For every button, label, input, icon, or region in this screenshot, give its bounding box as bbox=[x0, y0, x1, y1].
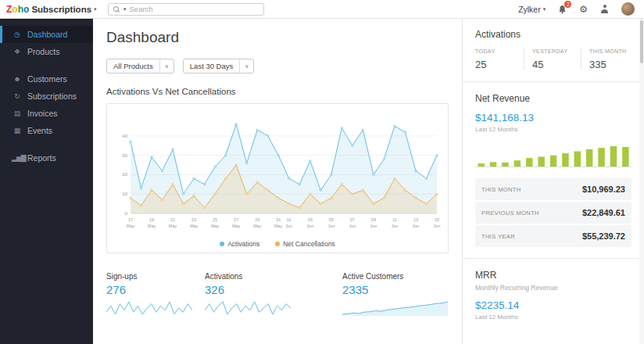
date-range-dropdown[interactable]: Last 30 Days ∨ bbox=[183, 59, 255, 73]
sidebar-item-dashboard[interactable]: ◷ Dashboard bbox=[0, 26, 93, 43]
chevron-down-icon: ∨ bbox=[239, 59, 253, 73]
sidebar-group-gap bbox=[0, 139, 93, 149]
notifications-button[interactable]: 2 bbox=[558, 5, 567, 14]
scrollbar-thumb[interactable] bbox=[640, 20, 643, 63]
sidebar-item-events[interactable]: ▦ Events bbox=[0, 122, 93, 139]
activations-this-month: THIS MONTH 335 bbox=[581, 48, 631, 70]
summary-label: THIS MONTH bbox=[589, 48, 631, 54]
sidebar-item-customers[interactable]: ☻ Customers bbox=[0, 70, 93, 88]
svg-text:19: 19 bbox=[149, 217, 154, 222]
svg-text:21: 21 bbox=[170, 217, 175, 222]
row-label: THIS MONTH bbox=[481, 186, 521, 193]
svg-text:31: 31 bbox=[276, 217, 281, 222]
settings-button[interactable]: ⚙ bbox=[579, 5, 588, 14]
svg-text:Jun: Jun bbox=[327, 224, 335, 228]
mrr-period: Last 12 Months bbox=[475, 314, 631, 321]
svg-text:20: 20 bbox=[122, 172, 127, 177]
svg-text:03: 03 bbox=[308, 217, 313, 222]
net-cancellations-dot-icon bbox=[275, 242, 280, 246]
sidebar-item-products[interactable]: ❖ Products bbox=[0, 43, 93, 60]
activations-yesterday: YESTERDAY 45 bbox=[524, 48, 581, 70]
global-search[interactable]: ▾ bbox=[108, 3, 264, 16]
svg-text:05: 05 bbox=[329, 217, 334, 222]
scrollbar[interactable] bbox=[639, 19, 644, 344]
org-menu-label: Zylker bbox=[518, 5, 541, 14]
activations-summary-title: Activations bbox=[475, 29, 631, 40]
svg-text:Jun: Jun bbox=[413, 224, 420, 228]
svg-text:29: 29 bbox=[255, 217, 259, 222]
customers-icon: ☻ bbox=[12, 75, 22, 83]
svg-text:15: 15 bbox=[435, 217, 439, 222]
svg-text:Jun: Jun bbox=[434, 224, 441, 228]
gear-icon: ⚙ bbox=[579, 5, 588, 14]
sidebar-item-label: Subscriptions bbox=[27, 91, 77, 101]
products-filter-dropdown[interactable]: All Products ∨ bbox=[106, 59, 174, 73]
stat-value[interactable]: 326 bbox=[205, 283, 342, 296]
activations-sparkline bbox=[205, 300, 291, 316]
stat-signups: Sign-ups 276 bbox=[106, 272, 205, 316]
summary-value: 335 bbox=[589, 59, 631, 70]
svg-text:May: May bbox=[211, 224, 220, 228]
date-range-label: Last 30 Days bbox=[190, 62, 233, 70]
net-revenue-rows: THIS MONTH $10,969.23 PREVIOUS MONTH $22… bbox=[475, 178, 631, 247]
svg-text:May: May bbox=[232, 224, 241, 228]
sidebar-item-label: Reports bbox=[27, 153, 56, 163]
net-revenue-title: Net Revenue bbox=[475, 93, 631, 104]
svg-text:Jun: Jun bbox=[391, 224, 398, 228]
mrr-amount[interactable]: $2235.14 bbox=[475, 299, 631, 311]
products-filter-label: All Products bbox=[113, 62, 153, 70]
sidebar-item-label: Dashboard bbox=[27, 30, 67, 39]
svg-text:Jun: Jun bbox=[285, 224, 292, 228]
legend-label: Activations bbox=[227, 240, 259, 248]
stat-value[interactable]: 276 bbox=[106, 283, 205, 296]
net-revenue-amount[interactable]: $141,168.13 bbox=[475, 112, 631, 124]
chart-section-title: Activations Vs Net Cancellations bbox=[106, 87, 462, 96]
activations-summary: TODAY 25 YESTERDAY 45 THIS MONTH 335 bbox=[475, 48, 631, 70]
subscriptions-icon: ↻ bbox=[12, 92, 22, 100]
search-scope-caret-icon[interactable]: ▾ bbox=[123, 6, 127, 13]
sidebar: ◷ Dashboard ❖ Products ☻ Customers ↻ Sub… bbox=[0, 19, 93, 344]
stat-value[interactable]: 2335 bbox=[342, 283, 441, 296]
sidebar-item-invoices[interactable]: ▤ Invoices bbox=[0, 105, 93, 122]
stat-label: Sign-ups bbox=[106, 272, 205, 281]
app-name: Subscriptions bbox=[31, 5, 91, 14]
stat-active-customers: Active Customers 2335 bbox=[342, 272, 441, 316]
right-panel: Activations TODAY 25 YESTERDAY 45 THIS M… bbox=[462, 19, 644, 344]
search-icon bbox=[113, 5, 120, 13]
org-menu[interactable]: Zylker ▾ bbox=[518, 5, 546, 14]
svg-text:May: May bbox=[253, 224, 262, 228]
notification-badge: 2 bbox=[564, 1, 571, 8]
summary-label: YESTERDAY bbox=[532, 48, 574, 54]
revenue-bars-chart bbox=[475, 142, 631, 169]
account-button[interactable] bbox=[600, 5, 609, 13]
avatar[interactable] bbox=[621, 2, 635, 16]
sidebar-item-label: Invoices bbox=[27, 109, 58, 118]
legend-label: Net Cancellations bbox=[283, 240, 335, 248]
stat-activations: Activations 326 bbox=[205, 272, 342, 316]
sidebar-item-reports[interactable]: ▂▅▇ Reports bbox=[0, 149, 93, 167]
mrr-subtitle: Monthly Recurring Revenue bbox=[475, 284, 631, 292]
legend-item-net-cancellations[interactable]: Net Cancellations bbox=[275, 240, 335, 248]
sidebar-group-gap bbox=[0, 60, 93, 70]
legend-item-activations[interactable]: Activations bbox=[220, 240, 259, 248]
svg-text:25: 25 bbox=[213, 217, 217, 222]
svg-text:May: May bbox=[190, 224, 199, 228]
active-customers-sparkline bbox=[342, 300, 448, 316]
sidebar-item-label: Customers bbox=[27, 74, 67, 84]
brand-area[interactable]: Zoho Subscriptions ▾ bbox=[6, 4, 94, 15]
row-value: $22,849.61 bbox=[582, 208, 625, 217]
svg-text:May: May bbox=[127, 224, 135, 228]
sidebar-item-subscriptions[interactable]: ↻ Subscriptions bbox=[0, 88, 93, 105]
svg-text:11: 11 bbox=[392, 217, 397, 222]
chevron-down-icon: ∨ bbox=[159, 59, 174, 73]
row-label: THIS YEAR bbox=[481, 233, 515, 240]
invoices-icon: ▤ bbox=[12, 109, 22, 117]
search-input[interactable] bbox=[130, 5, 243, 13]
topbar: Zoho Subscriptions ▾ ▾ Zylker ▾ 2 ⚙ bbox=[0, 0, 644, 19]
row-value: $55,239.72 bbox=[582, 231, 625, 241]
signups-sparkline bbox=[106, 300, 192, 316]
sidebar-item-label: Products bbox=[27, 47, 59, 56]
caret-down-icon: ▾ bbox=[94, 6, 97, 13]
dashboard-icon: ◷ bbox=[12, 30, 22, 38]
net-revenue-row-this-month: THIS MONTH $10,969.23 bbox=[475, 178, 631, 200]
